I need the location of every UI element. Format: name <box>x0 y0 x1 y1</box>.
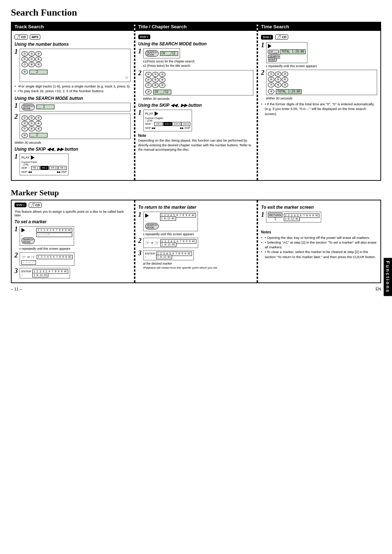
tc-within-note: Within 30 seconds <box>143 97 254 101</box>
step1-skip-track: 1 <box>15 153 18 160</box>
page-title: Search Function <box>11 7 381 18</box>
tc-search-mode-subtitle: Using the SEARCH MODE button <box>138 41 254 46</box>
search-mode-diag1: SEARCHMODE __ 2 <box>20 103 131 111</box>
time-dvd-badge: DVDV <box>261 35 273 40</box>
search-mode-diag2: ①②③ ④⑤⑥ ⑦⑧⑨ ⑩ __ 2 <box>20 114 131 139</box>
return-marker-subtitle: To return to the marker later <box>138 205 254 210</box>
return-marker-col: To return to the marker later 1 ↓ SEARCH… <box>135 200 258 282</box>
track-format-icons: 🎵 CD MP3 <box>15 34 131 40</box>
exit-marker-subtitle: To exit the marker screen <box>261 205 377 210</box>
marker-dvd-badge: DVDV <box>15 203 26 207</box>
step2-search: 2 <box>15 113 18 120</box>
within-note-track: Within 30 seconds <box>15 141 131 144</box>
lang-indicator: EN <box>376 287 381 291</box>
track-search-header: Track Search <box>12 23 134 31</box>
dvdv-badge: DVDV <box>138 34 150 39</box>
time-diag2: ①②③ ④⑤⑥ ⑦⑧⑨ ⑩ TOTAL 1:29:00 <box>266 70 377 95</box>
time-search-col: Time Search DVDV 🎵 CD 1 CH _._. <box>257 23 380 180</box>
exit-notes-container: Notes • Opening the disc tray or turning… <box>261 230 377 259</box>
time-step2: 2 <box>261 69 264 76</box>
exit-step1: 1 <box>261 211 264 218</box>
set-marker-note1: x repeatedly until this screen appears <box>19 247 131 250</box>
track-search-col: Track Search 🎵 CD MP3 Using the number b… <box>12 23 135 180</box>
at-marker-note: at the desired marker <box>143 262 254 265</box>
tc-note2: x2 (Press twice) for the title search <box>143 64 254 68</box>
tc-note-box: Note Depending on the disc being played,… <box>138 133 254 152</box>
cd-badge: 🎵 CD <box>15 34 28 40</box>
tc-step2: 2 <box>138 70 142 76</box>
set-marker-subtitle: To set a marker <box>15 219 131 224</box>
set-marker-diag2: ☞ or ☞ 1 2 3 4 5 6 7 8 9 0 AC – –·–'–" <box>20 252 74 266</box>
tc-note1: x1(Press once) for the chapter search <box>143 60 254 63</box>
marker-format-icons: DVDV 🎵 CD <box>15 203 131 208</box>
return-diag3: ENTER↓ 1 2 3 4 5 6 7 8 9 0 AC 1 0:12:01 <box>143 250 194 260</box>
set-marker-col: DVDV 🎵 CD This feature allows you to ass… <box>12 200 135 282</box>
title-chapter-header: Title / Chapter Search <box>135 23 257 31</box>
tc-step1: 1 <box>138 48 142 54</box>
mp3-badge: MP3 <box>30 34 40 40</box>
tc-search-diag1: SEARCHMODE CH __/12 <box>143 48 180 58</box>
functions-tab: Functions <box>384 258 392 296</box>
set-marker-step3: 3 <box>15 268 18 274</box>
marker-cd-badge: 🎵 CD <box>29 203 42 208</box>
title-chapter-search-col: Title / Chapter Search DVDV Using the SE… <box>135 23 258 180</box>
return-step1: 1 <box>138 211 142 218</box>
time-note1: x repeatedly until this screen appears <box>266 64 377 68</box>
set-marker-diag3: ENTER↓ 1 2 3 4 5 6 7 8 9 0 AC 1 0:12:01 <box>20 268 70 278</box>
page-number: – 11 – <box>11 287 22 291</box>
marker-notes-list: • Opening the disc tray or turning off t… <box>261 235 377 259</box>
skip-subtitle-track: Using the SKIP ◀◀ , ▶▶ button <box>15 147 131 152</box>
search-mode-subtitle: Using the SEARCH MODE button <box>15 96 131 101</box>
tc-skip-subtitle: Using the SKIP ◀◀ , ▶▶ button <box>138 103 254 108</box>
step1-num: 1 <box>15 48 18 55</box>
skip-diag-track: PLAY Current Track ↓ (TR) SKIP → TR 1 TR… <box>20 154 69 175</box>
time-notes: • If the former digits of the total time… <box>261 102 377 116</box>
time-search-header: Time Search <box>258 23 380 31</box>
step1-search: 1 <box>15 102 18 109</box>
marker-intro: This feature allows you to assign a spec… <box>15 210 131 217</box>
return-note1: x repeatedly until this screen appears <box>143 232 254 236</box>
search-function-grid: Track Search 🎵 CD MP3 Using the number b… <box>11 22 381 181</box>
set-marker-step1: 1 <box>15 226 18 232</box>
set-marker-step2: 2 <box>15 252 18 258</box>
number-buttons-subtitle: Using the number buttons <box>15 42 131 47</box>
return-diag2: ☞ or ☞ 1 2 3 4 5 6 7 8 9 0 AC 1 0:12:01 <box>143 238 198 248</box>
time-cd-badge: 🎵 CD <box>275 34 288 40</box>
number-buttons-notes: •For single digit tracks (1-9), press a … <box>15 84 131 94</box>
return-step3: 3 <box>138 250 142 256</box>
marker-setup-title: Marker Setup <box>11 188 381 197</box>
return-diag1: ↓ SEARCHMODE 1 2 3 4 5 6 7 8 9 0 AC 1 0:… <box>143 212 198 231</box>
marker-setup-grid: DVDV 🎵 CD This feature allows you to ass… <box>11 200 381 283</box>
set-marker-diag1: ↓ SEARCHMODE 1 2 3 4 5 6 7 8 9 0 AC – –·… <box>20 226 74 246</box>
dvd-format-icons: DVDV <box>138 34 254 39</box>
tc-skip-diag: PLAY Current Chapter ↓ (CH) SKIP → CH 1 … <box>143 110 192 131</box>
time-diag1: CH _._. TOTAL 1:29:00 SEARCHMODE <box>266 42 307 63</box>
playback-note: •Playback will restart from the specific… <box>143 266 254 269</box>
time-format-icons: DVDV 🎵 CD <box>261 34 377 40</box>
tc-skip-step1: 1 <box>138 109 142 116</box>
number-buttons-diagram: ①②③ ④⑤⑥ ⑦⑧⑨ ⑩ __ 2 ☞ <box>20 49 131 82</box>
page-footer: – 11 – EN <box>11 287 381 291</box>
return-step2: 2 <box>138 237 142 244</box>
time-step1: 1 <box>261 42 264 48</box>
time-within-note: Within 30 seconds <box>266 97 377 100</box>
exit-marker-col: To exit the marker screen 1 RETURN ⤵ 1 2… <box>257 200 380 282</box>
exit-diag1: RETURN ⤵ 1 2 3 4 5 6 7 8 9 0 AC 1 0:12:0… <box>266 212 321 223</box>
tc-search-diag2: ①②③ ④⑤⑥ ⑦⑧⑨ ⑩ CH __/12 <box>143 70 254 95</box>
